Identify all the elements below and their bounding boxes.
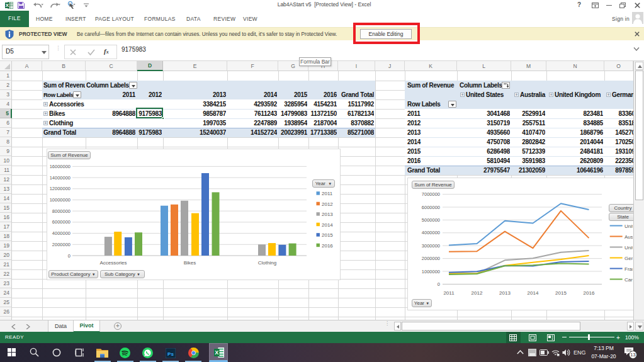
svg-text:2000000: 2000000	[52, 242, 71, 247]
svg-text:0: 0	[438, 281, 440, 287]
svg-text:4000000: 4000000	[422, 230, 440, 235]
svg-text:2012: 2012	[472, 290, 483, 296]
svg-text:2013: 2013	[499, 290, 511, 296]
svg-text:2011: 2011	[443, 290, 455, 296]
svg-text:X: X	[215, 349, 218, 356]
svg-text:6000000: 6000000	[52, 219, 71, 225]
svg-text:2016: 2016	[584, 290, 595, 296]
svg-text:2014: 2014	[322, 222, 333, 228]
svg-text:12000000: 12000000	[50, 186, 71, 191]
svg-text:France: France	[624, 266, 633, 272]
svg-text:2016: 2016	[322, 243, 333, 249]
svg-text:2014: 2014	[528, 290, 539, 296]
svg-text:2000000: 2000000	[422, 256, 440, 261]
svg-text:5000000: 5000000	[422, 217, 440, 223]
svg-text:2011: 2011	[322, 191, 333, 196]
svg-text:United States: United States	[624, 223, 633, 229]
svg-text:1000000: 1000000	[422, 269, 440, 274]
svg-text:0: 0	[68, 253, 71, 259]
svg-text:8000000: 8000000	[52, 208, 71, 214]
svg-text:14000000: 14000000	[50, 175, 71, 181]
svg-text:2012: 2012	[322, 201, 333, 207]
svg-text:United Kingdom: United Kingdom	[624, 245, 633, 251]
svg-text:Bikes: Bikes	[184, 260, 196, 266]
svg-text:2015: 2015	[555, 290, 567, 296]
svg-text:X: X	[6, 3, 9, 8]
svg-text:6000000: 6000000	[422, 205, 440, 210]
svg-text:4000000: 4000000	[52, 230, 71, 236]
svg-text:Ps: Ps	[167, 351, 174, 357]
svg-text:Accessories: Accessories	[99, 260, 127, 266]
svg-text:Clothing: Clothing	[258, 260, 276, 266]
svg-text:16000000: 16000000	[50, 164, 71, 169]
svg-text:7000000: 7000000	[422, 191, 440, 197]
svg-text:10000000: 10000000	[50, 197, 71, 203]
svg-text:Canada: Canada	[624, 277, 633, 283]
svg-text:Germany: Germany	[624, 256, 633, 261]
svg-text:2013: 2013	[322, 212, 333, 217]
svg-text:Australia: Australia	[624, 234, 633, 240]
svg-text:3000000: 3000000	[422, 243, 440, 249]
svg-text:2015: 2015	[322, 232, 333, 238]
